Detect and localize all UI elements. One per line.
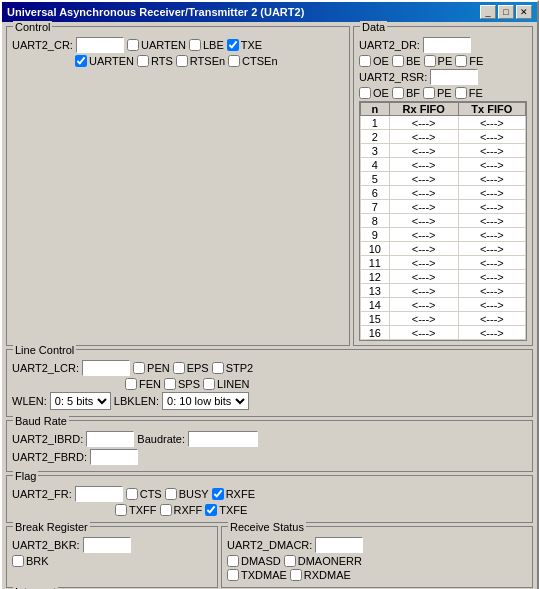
- baud-rate-group: Baud Rate UART2_IBRD: 0x0000 Baudrate: 2…: [6, 420, 533, 472]
- uart2-dr-input[interactable]: 0x0000: [423, 37, 471, 53]
- rts-label[interactable]: RTS: [137, 55, 173, 67]
- rxe-checkbox[interactable]: [75, 55, 87, 67]
- fifo-cell: <--->: [389, 130, 458, 144]
- dr-pe[interactable]: PE: [424, 55, 453, 67]
- window-title: Universal Asynchronous Receiver/Transmit…: [7, 6, 304, 18]
- rxff-checkbox[interactable]: [160, 504, 172, 516]
- fifo-col-n: n: [361, 103, 390, 116]
- fifo-data-table: n Rx FIFO Tx FIFO 1<---><--->2<---><--->…: [360, 102, 526, 340]
- lcr-label: UART2_LCR:: [12, 362, 79, 374]
- fifo-cell: <--->: [389, 186, 458, 200]
- baudrate-input[interactable]: 2000000.00: [188, 431, 258, 447]
- rsr-row: UART2_RSR: 0x0000: [359, 69, 527, 85]
- fifo-cell: <--->: [458, 158, 525, 172]
- fifo-cell: 13: [361, 284, 390, 298]
- lbe-label[interactable]: LBE: [189, 39, 224, 51]
- uart2-rsr-input[interactable]: 0x0000: [430, 69, 478, 85]
- rsr-oe[interactable]: OE: [359, 87, 389, 99]
- title-bar-buttons: _ □ ✕: [480, 5, 532, 19]
- busy-checkbox[interactable]: [165, 488, 177, 500]
- baudrate-label: Baudrate:: [137, 433, 185, 445]
- eps-label[interactable]: EPS: [173, 362, 209, 374]
- rxfe-label[interactable]: RXFE: [212, 488, 255, 500]
- linen-checkbox[interactable]: [203, 378, 215, 390]
- fifo-cell: 16: [361, 326, 390, 340]
- break-register-group: Break Register UART2_BKR: 0x0000 BRK: [6, 526, 218, 588]
- dr-oe[interactable]: OE: [359, 55, 389, 67]
- cts-label[interactable]: CTS: [126, 488, 162, 500]
- dr-fe[interactable]: FE: [455, 55, 483, 67]
- receive-status-label: Receive Status: [228, 521, 306, 533]
- fifo-cell: <--->: [458, 214, 525, 228]
- txff-label[interactable]: TXFF: [115, 504, 157, 516]
- dmasd-checkbox[interactable]: [227, 555, 239, 567]
- uarten-label[interactable]: UARTEN: [127, 39, 186, 51]
- rts-checkbox[interactable]: [137, 55, 149, 67]
- fifo-cell: <--->: [458, 144, 525, 158]
- eps-checkbox[interactable]: [173, 362, 185, 374]
- txfe-checkbox[interactable]: [205, 504, 217, 516]
- rsr-fe[interactable]: FE: [455, 87, 483, 99]
- rxff-label[interactable]: RXFF: [160, 504, 203, 516]
- minimize-button[interactable]: _: [480, 5, 496, 19]
- maximize-button[interactable]: □: [498, 5, 514, 19]
- lbe-checkbox[interactable]: [189, 39, 201, 51]
- dr-be[interactable]: BE: [392, 55, 421, 67]
- brk-label[interactable]: BRK: [12, 555, 49, 567]
- txe-checkbox[interactable]: [227, 39, 239, 51]
- uarten-checkbox[interactable]: [127, 39, 139, 51]
- uart2-cr-input[interactable]: 0x0300: [76, 37, 124, 53]
- control-label: Control: [13, 21, 52, 33]
- ctsen-checkbox[interactable]: [228, 55, 240, 67]
- rsr-bf[interactable]: BF: [392, 87, 420, 99]
- rxfe-checkbox[interactable]: [212, 488, 224, 500]
- brk-checkbox[interactable]: [12, 555, 24, 567]
- wlen-select[interactable]: 0: 5 bits 1: 6 bits 2: 7 bits 3: 8 bits: [50, 392, 111, 410]
- bkr-row: UART2_BKR: 0x0000: [12, 537, 212, 553]
- rtsen-label[interactable]: RTSEn: [176, 55, 225, 67]
- txe-label[interactable]: TXE: [227, 39, 262, 51]
- uart2-dmacr-input[interactable]: 0x0000: [315, 537, 363, 553]
- fbrd-label: UART2_FBRD:: [12, 451, 87, 463]
- fen-checkbox[interactable]: [125, 378, 137, 390]
- fen-label[interactable]: FEN: [125, 378, 161, 390]
- lbklen-select[interactable]: 0: 10 low bits 1: 11 low bits: [162, 392, 249, 410]
- fifo-cell: <--->: [458, 186, 525, 200]
- cts-checkbox[interactable]: [126, 488, 138, 500]
- rxe-label[interactable]: UARTEN: [75, 55, 134, 67]
- uart2-fbrd-input[interactable]: 0x0000: [90, 449, 138, 465]
- rsr-pe[interactable]: PE: [423, 87, 452, 99]
- fifo-cell: <--->: [458, 298, 525, 312]
- ctsen-label[interactable]: CTSEn: [228, 55, 277, 67]
- uart2-lcr-input[interactable]: 0x0000: [82, 360, 130, 376]
- close-button[interactable]: ✕: [516, 5, 532, 19]
- sps-label[interactable]: SPS: [164, 378, 200, 390]
- fr-row: UART2_FR: 0x0090 CTS BUSY RXFE: [12, 486, 527, 502]
- linen-label[interactable]: LINEN: [203, 378, 249, 390]
- busy-label[interactable]: BUSY: [165, 488, 209, 500]
- fifo-cell: 14: [361, 298, 390, 312]
- fifo-cell: <--->: [458, 284, 525, 298]
- rxdmae-label[interactable]: RXDMAE: [290, 569, 351, 581]
- uart2-ibrd-input[interactable]: 0x0000: [86, 431, 134, 447]
- dmaonerr-label[interactable]: DMAONERR: [284, 555, 362, 567]
- uart2-bkr-input[interactable]: 0x0000: [83, 537, 131, 553]
- txdmae-checkbox[interactable]: [227, 569, 239, 581]
- pen-label[interactable]: PEN: [133, 362, 170, 374]
- sps-checkbox[interactable]: [164, 378, 176, 390]
- txdmae-label[interactable]: TXDMAE: [227, 569, 287, 581]
- txfe-label[interactable]: TXFE: [205, 504, 247, 516]
- uart2-fr-input[interactable]: 0x0090: [75, 486, 123, 502]
- dma-flags-row1: DMASD DMAONERR: [227, 555, 527, 567]
- rtsen-checkbox[interactable]: [176, 55, 188, 67]
- fifo-col-rx: Rx FIFO: [389, 103, 458, 116]
- pen-checkbox[interactable]: [133, 362, 145, 374]
- dmasd-label[interactable]: DMASD: [227, 555, 281, 567]
- txff-checkbox[interactable]: [115, 504, 127, 516]
- fifo-cell: 4: [361, 158, 390, 172]
- rxdmae-checkbox[interactable]: [290, 569, 302, 581]
- dmaonerr-checkbox[interactable]: [284, 555, 296, 567]
- stp2-label[interactable]: STP2: [212, 362, 254, 374]
- fifo-cell: <--->: [458, 130, 525, 144]
- stp2-checkbox[interactable]: [212, 362, 224, 374]
